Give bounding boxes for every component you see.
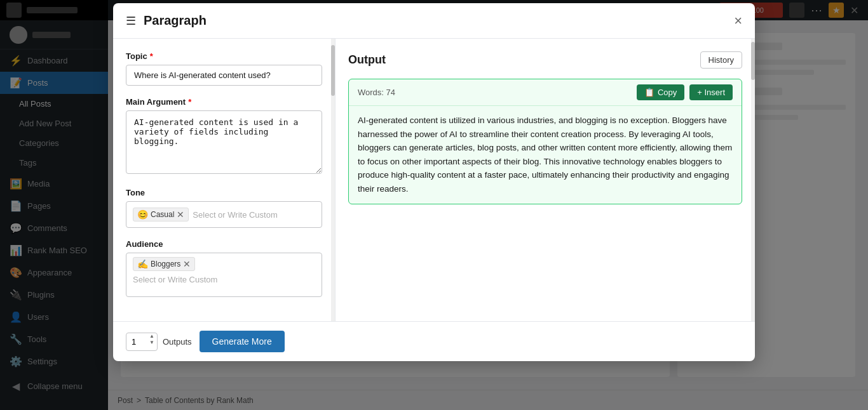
spinner-up[interactable]: ▲ xyxy=(147,333,156,340)
tone-tag-label: Casual xyxy=(151,210,174,219)
tone-tag-remove[interactable]: ✕ xyxy=(177,210,184,219)
audience-placeholder: Select or Write Custom xyxy=(133,275,217,284)
tone-tag-input[interactable]: 😊 Casual ✕ Select or Write Custom xyxy=(126,201,322,228)
number-spinners: ▲ ▼ xyxy=(147,333,156,346)
generate-more-button[interactable]: Generate More xyxy=(200,331,285,352)
audience-tag: ✍️ Bloggers ✕ xyxy=(133,257,195,271)
right-panel-scrollbar-thumb xyxy=(751,42,755,80)
audience-tag-label: Bloggers xyxy=(151,260,180,268)
output-card-header: Words: 74 📋 Copy + Insert xyxy=(349,79,742,105)
left-panel: Topic * Main Argument * AI-generated con… xyxy=(113,39,336,321)
topic-required-star: * xyxy=(150,51,153,61)
right-panel: Output xyxy=(336,39,755,321)
audience-group: Audience ✍️ Bloggers ✕ Select or Write C… xyxy=(126,239,322,297)
modal-footer: ▲ ▼ Outputs Generate More xyxy=(113,321,755,361)
audience-label: Audience xyxy=(126,239,322,249)
spinner-down[interactable]: ▼ xyxy=(147,340,156,346)
copy-button[interactable]: 📋 Copy xyxy=(637,84,684,100)
output-text: AI-generated content is utilized in vari… xyxy=(349,105,742,204)
main-argument-textarea[interactable]: AI-generated content is used in a variet… xyxy=(126,110,322,174)
left-panel-scrollbar-thumb xyxy=(331,45,335,96)
modal-header: ☰ Paragraph × xyxy=(113,3,755,39)
audience-tag-remove[interactable]: ✕ xyxy=(183,260,191,268)
right-panel-scrollbar xyxy=(751,39,755,321)
main-argument-label: Main Argument * xyxy=(126,97,322,107)
tone-tag: 😊 Casual ✕ xyxy=(133,208,189,222)
tone-placeholder: Select or Write Custom xyxy=(193,210,277,220)
topic-input[interactable] xyxy=(126,65,322,86)
main-argument-group: Main Argument * AI-generated content is … xyxy=(126,97,322,176)
output-actions: 📋 Copy + Insert xyxy=(637,84,733,100)
main-argument-required-star: * xyxy=(188,97,191,107)
modal-title: Paragraph xyxy=(144,13,734,28)
outputs-control: ▲ ▼ Outputs xyxy=(126,333,192,351)
paragraph-modal: ☰ Paragraph × Topic * Main Argum xyxy=(113,3,755,361)
modal-body: Topic * Main Argument * AI-generated con… xyxy=(113,39,755,321)
modal-close-button[interactable]: × xyxy=(734,14,742,28)
output-header: Output xyxy=(348,51,742,69)
modal-overlay: ☰ Paragraph × Topic * Main Argum xyxy=(0,0,868,410)
audience-tag-icon: ✍️ xyxy=(137,259,148,269)
topic-label: Topic * xyxy=(126,51,322,61)
tone-label: Tone xyxy=(126,188,322,197)
topic-group: Topic * xyxy=(126,51,322,86)
copy-icon: 📋 xyxy=(644,88,654,97)
modal-menu-icon[interactable]: ☰ xyxy=(126,14,136,28)
left-panel-scrollbar xyxy=(331,39,335,321)
outputs-label: Outputs xyxy=(163,337,192,347)
audience-tag-input[interactable]: ✍️ Bloggers ✕ Select or Write Custom xyxy=(126,253,322,297)
tone-tag-icon: 😊 xyxy=(137,209,148,220)
tone-group: Tone 😊 Casual ✕ Select or Write Custom xyxy=(126,188,322,228)
history-button[interactable]: History xyxy=(700,51,742,69)
insert-button[interactable]: + Insert xyxy=(689,84,733,100)
output-card: Words: 74 📋 Copy + Insert AI-generated c… xyxy=(348,79,742,204)
output-title: Output xyxy=(348,53,386,67)
words-count: Words: 74 xyxy=(358,88,395,97)
outputs-number-wrapper: ▲ ▼ xyxy=(126,333,158,351)
